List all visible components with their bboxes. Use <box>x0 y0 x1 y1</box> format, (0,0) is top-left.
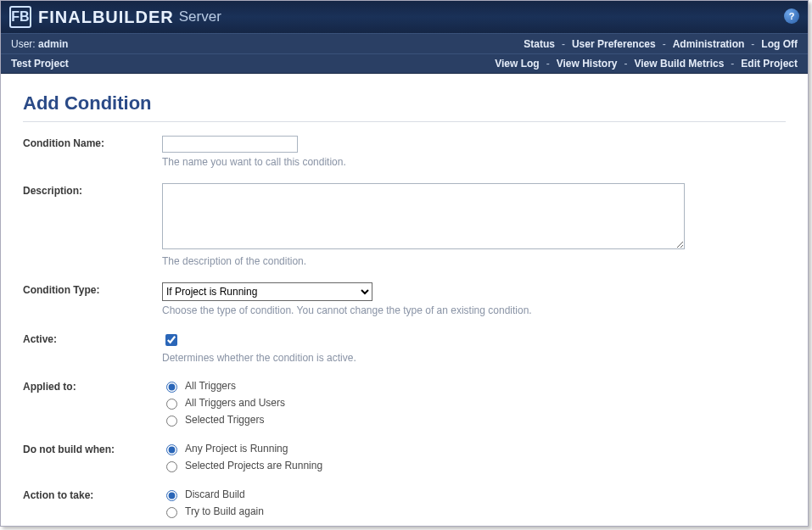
nav-link-edit-project[interactable]: Edit Project <box>741 58 798 70</box>
do-not-build-label-0: Any Project is Running <box>185 443 288 455</box>
content-area: Add Condition Condition Name: The name y… <box>1 74 808 527</box>
divider <box>23 121 786 122</box>
applied-to-label-1: All Triggers and Users <box>185 397 285 409</box>
nav-link-view-log[interactable]: View Log <box>495 58 539 70</box>
action-option-1[interactable]: Try to Build again <box>162 505 786 518</box>
user-info: User: admin <box>11 38 524 50</box>
applied-to-radio-0[interactable] <box>166 382 177 393</box>
help-active: Determines whether the condition is acti… <box>162 352 786 364</box>
user-label: User: <box>11 38 36 50</box>
app-header: FB FINALBUILDER Server ? <box>1 1 808 33</box>
condition-type-select[interactable]: If Project is Running <box>162 282 372 301</box>
do-not-build-radio-1[interactable] <box>166 461 177 472</box>
label-condition-type: Condition Type: <box>23 282 162 296</box>
action-group: Discard Build Try to Build again <box>162 488 786 518</box>
applied-to-label-0: All Triggers <box>185 380 236 392</box>
do-not-build-option-1[interactable]: Selected Projects are Running <box>162 459 786 472</box>
applied-to-label-2: Selected Triggers <box>185 414 264 426</box>
breadcrumb: Test Project <box>11 58 495 70</box>
label-action: Action to take: <box>23 488 162 501</box>
applied-to-option-2[interactable]: Selected Triggers <box>162 413 786 427</box>
help-condition-type: Choose the type of condition. You cannot… <box>162 304 786 316</box>
logo-glyph: FB <box>11 9 29 25</box>
label-do-not-build: Do not build when: <box>23 442 162 455</box>
do-not-build-radio-0[interactable] <box>166 444 177 455</box>
nav-bar-sub: Test Project View Log - View History - V… <box>1 53 808 74</box>
row-active: Active: Determines whether the condition… <box>23 332 786 364</box>
app-window: FB FINALBUILDER Server ? User: admin Sta… <box>0 0 809 527</box>
help-condition-name: The name you want to call this condition… <box>162 156 786 168</box>
action-option-0[interactable]: Discard Build <box>162 488 786 501</box>
help-icon[interactable]: ? <box>784 8 799 24</box>
row-action: Action to take: Discard Build Try to Bui… <box>23 488 786 518</box>
applied-to-option-0[interactable]: All Triggers <box>162 379 786 393</box>
applied-to-radio-1[interactable] <box>166 399 177 410</box>
action-radio-0[interactable] <box>166 490 177 501</box>
nav-link-administration[interactable]: Administration <box>673 38 745 50</box>
project-link[interactable]: Test Project <box>11 58 69 70</box>
brand-sub: Server <box>179 8 221 25</box>
nav-link-view-history[interactable]: View History <box>557 58 618 70</box>
row-condition-name: Condition Name: The name you want to cal… <box>23 136 786 168</box>
nav-link-log-off[interactable]: Log Off <box>761 38 798 50</box>
label-applied-to: Applied to: <box>23 379 162 393</box>
row-description: Description: The description of the cond… <box>23 183 786 267</box>
do-not-build-group: Any Project is Running Selected Projects… <box>162 442 786 472</box>
do-not-build-option-0[interactable]: Any Project is Running <box>162 442 786 455</box>
action-radio-1[interactable] <box>166 507 177 518</box>
applied-to-option-1[interactable]: All Triggers and Users <box>162 396 786 410</box>
page-title: Add Condition <box>23 92 786 114</box>
brand-main: FINALBUILDER <box>38 8 174 27</box>
condition-name-input[interactable] <box>162 136 298 153</box>
applied-to-group: All Triggers All Triggers and Users Sele… <box>162 379 786 427</box>
help-description: The description of the condition. <box>162 255 786 267</box>
label-description: Description: <box>23 183 162 197</box>
user-name: admin <box>38 38 68 50</box>
applied-to-radio-2[interactable] <box>166 416 177 427</box>
nav-bar-top: User: admin Status - User Preferences - … <box>1 33 808 53</box>
nav-top-links: Status - User Preferences - Administrati… <box>524 38 798 50</box>
label-active: Active: <box>23 332 162 345</box>
nav-link-view-build-metrics[interactable]: View Build Metrics <box>635 58 725 70</box>
do-not-build-label-1: Selected Projects are Running <box>185 460 322 471</box>
nav-link-user-preferences[interactable]: User Preferences <box>572 38 656 50</box>
active-checkbox[interactable] <box>165 334 177 346</box>
row-applied-to: Applied to: All Triggers All Triggers an… <box>23 379 786 427</box>
label-condition-name: Condition Name: <box>23 136 162 149</box>
row-condition-type: Condition Type: If Project is Running Ch… <box>23 282 786 316</box>
row-do-not-build: Do not build when: Any Project is Runnin… <box>23 442 786 472</box>
logo: FB <box>9 6 31 28</box>
nav-link-status[interactable]: Status <box>524 38 555 50</box>
nav-sub-links: View Log - View History - View Build Met… <box>495 58 798 70</box>
action-label-0: Discard Build <box>185 488 245 500</box>
action-label-1: Try to Build again <box>185 505 264 517</box>
description-input[interactable] <box>162 183 685 249</box>
